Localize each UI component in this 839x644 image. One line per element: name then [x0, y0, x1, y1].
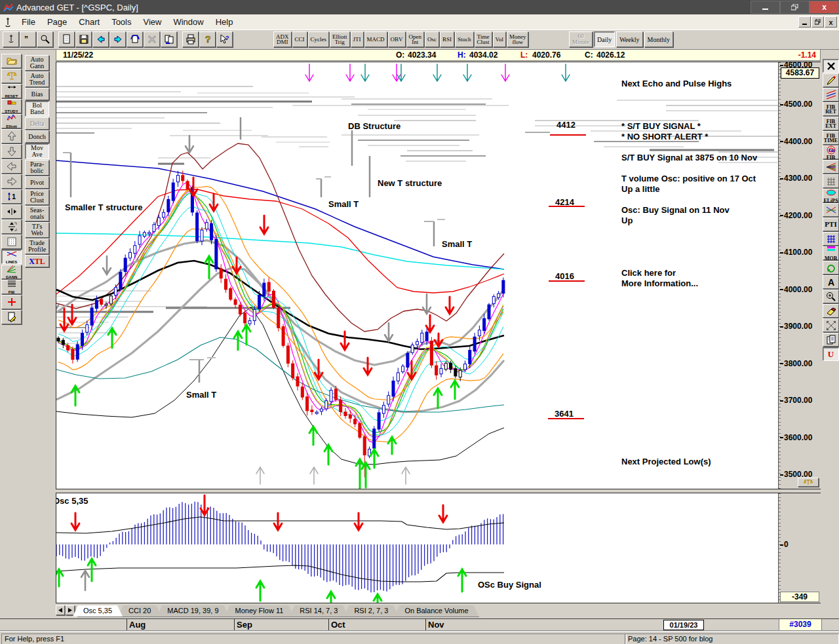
printer-button[interactable] — [182, 31, 199, 47]
zoom-in-tool-button[interactable] — [823, 290, 839, 303]
study-auto-gann[interactable]: AutoGann — [25, 55, 49, 71]
context-help-button[interactable]: ? — [216, 31, 233, 47]
study-mov-ave[interactable]: MovAve — [25, 143, 49, 159]
close-button[interactable]: x — [810, 1, 839, 14]
timeframe-monthly[interactable]: Monthly — [644, 31, 673, 47]
study-price-clust[interactable]: PriceClust — [25, 189, 49, 205]
tab-macd-19-39-9[interactable]: MACD 19, 39, 9 — [157, 605, 229, 616]
trend-lines-tool-button[interactable] — [823, 88, 839, 102]
indicator-open-int[interactable]: OpenInt — [406, 31, 425, 47]
indicator-cci[interactable]: CCI — [292, 31, 307, 47]
tab-rsi-14-7-3[interactable]: RSI 14, 7, 3 — [289, 605, 348, 616]
indicator-obv[interactable]: OBV — [388, 31, 406, 47]
price-axis[interactable]: 4600.00 4583.67 4500.004400.004300.00420… — [778, 62, 821, 489]
blue-grid-tool-button[interactable] — [823, 232, 839, 246]
indicator-cycles[interactable]: Cycles — [308, 31, 330, 47]
menu-tools[interactable]: Tools — [106, 16, 137, 28]
study-delta[interactable]: Delta — [25, 117, 49, 130]
fib-circle-tool-button[interactable]: FIBFIB — [823, 145, 839, 159]
fib-tool-button[interactable]: FIB — [1, 280, 22, 294]
indicator-money-flow[interactable]: Moneyflow — [507, 31, 529, 47]
indicator-time-clust[interactable]: TimeClust — [475, 31, 492, 47]
tab-cci-20[interactable]: CCI 20 — [118, 605, 161, 616]
tab-on-balance-volume[interactable]: On Balance Volume — [394, 605, 478, 616]
pin-button[interactable] — [3, 31, 19, 47]
indicator-adx-dmi[interactable]: ADXDMI — [273, 31, 292, 47]
indicator-vol[interactable]: Vol — [493, 31, 506, 47]
menu-view[interactable]: View — [137, 16, 167, 28]
cross-trend-tool-button[interactable] — [823, 203, 839, 217]
tab-rsi-2-7-3[interactable]: RSI 2, 7, 3 — [343, 605, 399, 616]
new-page-button[interactable] — [58, 31, 75, 47]
chart-annotation: Smaller T structure — [65, 202, 143, 212]
indicator-jti[interactable]: JTI — [351, 31, 364, 47]
indicator-stoch[interactable]: Stoch — [455, 31, 474, 47]
quotes-button[interactable]: ” — [20, 31, 36, 47]
mdi-minimize-button[interactable] — [798, 16, 811, 28]
indicator-macd[interactable]: MACD — [364, 31, 387, 47]
mdi-restore-button[interactable] — [811, 16, 824, 28]
indicator-elliott-trig[interactable]: ElliottTrig — [330, 31, 350, 47]
timeframe-daily[interactable]: Daily — [594, 31, 615, 47]
timeframe-weekly[interactable]: Weekly — [616, 31, 642, 47]
cross-red-tool-button[interactable] — [1, 295, 22, 309]
text-a-tool-button[interactable]: A — [823, 275, 839, 289]
pti-tool-button[interactable]: PTI — [823, 218, 839, 231]
menu-page[interactable]: Page — [41, 16, 73, 28]
ellipse-tool-button[interactable]: ELiPS — [823, 189, 839, 202]
doc-pin-icon[interactable] — [4, 17, 12, 28]
minimize-button[interactable] — [751, 1, 780, 14]
fib-ret-tool-button[interactable]: FIBRET — [823, 102, 839, 116]
study-xtl[interactable]: XTL — [25, 255, 49, 267]
price-chart[interactable]: Next Echo and Pulse HighsDB Structure* S… — [56, 62, 778, 489]
axis-scale-button[interactable] — [798, 478, 819, 487]
copy-page-button[interactable] — [161, 31, 177, 47]
delete-x-button[interactable] — [144, 31, 160, 47]
study-bol-band[interactable]: BolBand — [25, 101, 49, 117]
pencil-tool-button[interactable] — [823, 73, 839, 87]
tab-scroll-left[interactable] — [56, 605, 65, 615]
study-bias[interactable]: Bias — [25, 88, 49, 100]
indicator-osc[interactable]: Osc — [425, 31, 439, 47]
menu-window[interactable]: Window — [167, 16, 209, 28]
tab-scroll-right[interactable] — [66, 605, 75, 615]
study-auto-trend[interactable]: AutoTrend — [25, 71, 49, 87]
menu-help[interactable]: Help — [210, 16, 239, 28]
mob-tool-button[interactable]: MOB — [823, 246, 839, 260]
study-pivot[interactable]: Pivot — [25, 176, 49, 189]
study-seas--onals[interactable]: Seas-onals — [25, 206, 49, 221]
crosshair-date-box[interactable]: 01/19/23 — [663, 620, 704, 630]
tab-osc-5-35[interactable]: Osc 5,35 — [73, 605, 123, 616]
refresh-page-button[interactable] — [127, 31, 143, 47]
rotate-tool-button[interactable] — [823, 261, 839, 275]
expand-tool-button[interactable] — [823, 318, 839, 332]
study-trade-profile[interactable]: TradeProfile — [25, 238, 49, 254]
fib-time-tool-button[interactable]: FIBTIME — [823, 131, 839, 145]
magnet-u-tool-button[interactable]: U — [823, 347, 839, 361]
menu-file[interactable]: File — [16, 16, 41, 28]
eraser-tool-button[interactable] — [823, 304, 839, 318]
oscillator-chart[interactable]: Osc 5,35OSc Buy Signal — [56, 493, 778, 603]
study-para--bolic[interactable]: Para-bolic — [25, 160, 49, 176]
properties-tool-button[interactable] — [1, 310, 22, 324]
mdi-close-button[interactable]: x — [825, 16, 837, 28]
magnifier-button[interactable] — [37, 31, 53, 47]
restore-button[interactable] — [780, 1, 810, 14]
x-mark-tool-button[interactable] — [823, 59, 839, 73]
help-button[interactable]: ? — [199, 31, 216, 47]
grid-tool-button[interactable] — [823, 174, 839, 188]
close-label: C: — [585, 50, 593, 60]
study-tjs-web[interactable]: TJ'sWeb — [25, 222, 49, 238]
save-button[interactable] — [75, 31, 92, 47]
fan-lines-tool-button[interactable] — [823, 160, 839, 174]
forward-button[interactable] — [109, 31, 126, 47]
study-donch[interactable]: Donch — [25, 130, 49, 143]
fib-ext-tool-button[interactable]: FIBEXT — [823, 117, 839, 130]
back-button[interactable] — [92, 31, 109, 47]
tab-money-flow-11[interactable]: Money Flow 11 — [225, 605, 294, 616]
indicator-rsi[interactable]: RSI — [440, 31, 454, 47]
timeframe-60-minute[interactable]: 60Minute — [569, 31, 593, 47]
menu-chart[interactable]: Chart — [73, 16, 106, 28]
fib-icon — [6, 280, 18, 290]
copy-pages-tool-button[interactable] — [823, 333, 839, 347]
